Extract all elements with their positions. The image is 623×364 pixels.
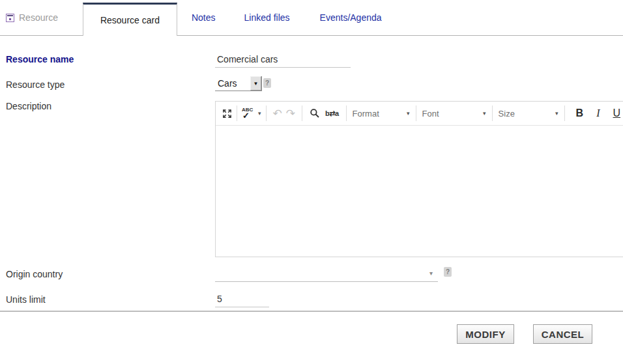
tab-linked-files[interactable]: Linked files	[230, 0, 304, 35]
size-dropdown[interactable]: Size ▾	[499, 109, 558, 119]
format-dropdown[interactable]: Format ▾	[353, 109, 410, 119]
resource-type-label: Resource type	[6, 79, 65, 90]
font-dropdown-label: Font	[422, 109, 439, 119]
chevron-down-icon: ▾	[555, 110, 558, 117]
cancel-button[interactable]: CANCEL	[533, 324, 592, 344]
spellcheck-icon[interactable]: ABC ✓	[242, 107, 255, 120]
toolbar-separator	[564, 105, 565, 121]
nav-item-resource-label: Resource	[19, 12, 58, 23]
resource-name-label: Resource name	[6, 54, 74, 64]
description-editor-content[interactable]	[216, 126, 623, 257]
replace-icon[interactable]: b⇄a	[325, 109, 339, 118]
toolbar-separator	[492, 105, 493, 121]
format-dropdown-label: Format	[353, 109, 379, 119]
font-dropdown[interactable]: Font ▾	[422, 109, 486, 119]
tab-events-agenda-label: Events/Agenda	[320, 12, 382, 23]
tab-bar: Resource Resource card Notes Linked file…	[0, 0, 623, 36]
description-label: Description	[6, 101, 51, 111]
tab-resource-card[interactable]: Resource card	[83, 3, 177, 36]
tab-notes-label: Notes	[192, 12, 216, 23]
toolbar-separator	[266, 105, 267, 121]
origin-country-help-icon[interactable]: ?	[444, 267, 452, 277]
units-limit-label: Units limit	[6, 294, 46, 305]
select-dropdown-arrow-icon[interactable]: ▼	[250, 76, 261, 91]
tab-resource-card-label: Resource card	[100, 15, 160, 25]
editor-toolbar: ABC ✓ ▾ ↶ ↷ b⇄a Format ▾ F	[216, 102, 623, 126]
chevron-down-icon: ▾	[407, 110, 410, 117]
description-rich-text-editor: ABC ✓ ▾ ↶ ↷ b⇄a Format ▾ F	[215, 101, 623, 257]
italic-button[interactable]: I	[596, 107, 600, 120]
toolbar-separator	[302, 105, 302, 121]
modify-button[interactable]: MODIFY	[457, 324, 514, 344]
footer-divider	[0, 311, 623, 312]
size-dropdown-label: Size	[499, 109, 515, 119]
toolbar-separator	[416, 105, 416, 121]
resource-type-select[interactable]: Cars ▼	[215, 76, 262, 91]
tab-notes[interactable]: Notes	[179, 0, 229, 35]
resource-name-input[interactable]: Comercial cars	[215, 52, 351, 68]
toolbar-separator	[237, 105, 237, 121]
origin-country-label: Origin country	[6, 269, 63, 279]
nav-item-resource: Resource	[6, 0, 71, 35]
underline-button[interactable]: U	[613, 107, 620, 120]
bold-button[interactable]: B	[576, 107, 584, 120]
maximize-icon[interactable]	[222, 109, 232, 119]
undo-icon[interactable]: ↶	[273, 108, 282, 119]
redo-icon[interactable]: ↷	[286, 108, 295, 119]
resource-card-page: Resource Resource card Notes Linked file…	[0, 0, 623, 364]
resource-type-selected-value: Cars	[215, 76, 250, 91]
spellcheck-caret-icon[interactable]: ▾	[258, 110, 261, 117]
resource-window-icon	[6, 14, 14, 22]
tab-linked-files-label: Linked files	[244, 12, 290, 23]
chevron-down-icon: ▾	[483, 110, 486, 117]
resource-type-help-icon[interactable]: ?	[263, 78, 271, 88]
origin-country-select[interactable]: ▾	[215, 265, 438, 282]
search-icon[interactable]	[310, 108, 320, 119]
toolbar-separator	[346, 105, 347, 121]
units-limit-input[interactable]: 5	[215, 292, 269, 307]
tab-events-agenda[interactable]: Events/Agenda	[306, 0, 396, 35]
chevron-down-icon: ▾	[429, 270, 433, 277]
